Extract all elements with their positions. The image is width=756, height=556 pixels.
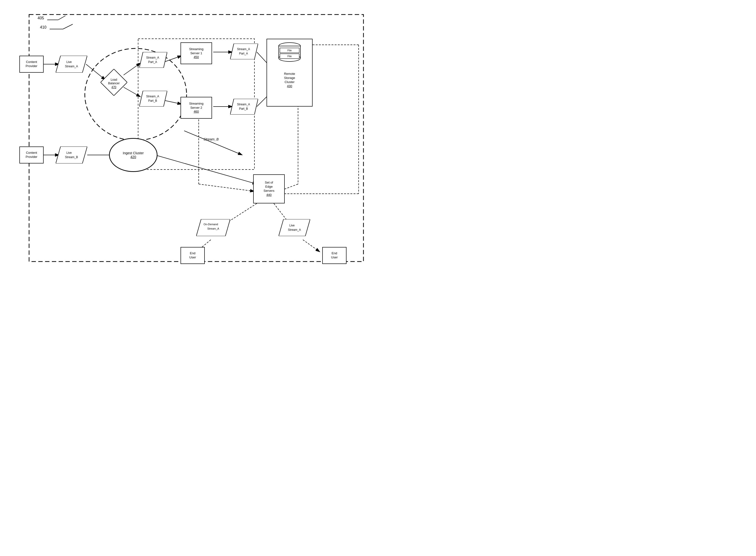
stream-a-part-a-left: Stream_A Part_A xyxy=(139,52,167,68)
end-user-1: EndUser xyxy=(180,247,205,264)
set-of-edge-servers: Set ofEdgeServers440 xyxy=(253,174,285,203)
ref405-label: 405 xyxy=(38,16,44,20)
svg-line-11 xyxy=(165,56,182,62)
svg-text:Part_A: Part_A xyxy=(239,52,248,55)
svg-text:File: File xyxy=(287,55,292,58)
content-provider-1: ContentProvider xyxy=(20,56,44,73)
svg-marker-36 xyxy=(56,56,87,73)
svg-marker-46 xyxy=(139,91,167,107)
svg-text:Stream_A: Stream_A xyxy=(146,95,159,98)
svg-marker-43 xyxy=(139,52,167,68)
live-stream-b-shape: Live Stream_B xyxy=(56,146,87,164)
svg-text:File: File xyxy=(287,49,292,52)
svg-text:Part_A: Part_A xyxy=(148,60,157,64)
svg-text:Stream_A: Stream_A xyxy=(146,56,159,59)
svg-text:Part_B: Part_B xyxy=(239,107,248,110)
svg-text:Stream_A: Stream_A xyxy=(207,227,220,230)
svg-marker-62 xyxy=(56,146,87,164)
live-stream-a-shape: Live Stream_A xyxy=(56,56,87,73)
svg-text:Balancer: Balancer xyxy=(108,81,120,85)
svg-text:Live: Live xyxy=(66,151,72,154)
svg-text:470: 470 xyxy=(111,85,116,89)
svg-line-21 xyxy=(223,174,257,184)
svg-line-17 xyxy=(184,131,242,155)
svg-text:Stream_A: Stream_A xyxy=(288,228,301,232)
svg-text:Stream_B: Stream_B xyxy=(203,137,219,141)
stream-a-part-b-right: Stream_A Part_B xyxy=(230,99,258,114)
svg-marker-49 xyxy=(230,44,258,59)
svg-text:Part_B: Part_B xyxy=(148,99,157,102)
svg-text:Live: Live xyxy=(289,224,295,227)
remote-storage-cluster: File File RemoteStorageCluster430 xyxy=(267,39,313,107)
svg-text:On-Demand: On-Demand xyxy=(203,223,218,226)
svg-point-1 xyxy=(85,48,187,140)
svg-text:Stream_A: Stream_A xyxy=(237,103,250,106)
streaming-server-2: StreamingServer 2460 xyxy=(180,97,212,119)
on-demand-stream-a: On-Demand Stream_A xyxy=(196,219,230,236)
stream-a-part-b-left: Stream_A Part_B xyxy=(139,91,167,107)
svg-line-6 xyxy=(63,24,73,29)
end-user-2: EndUser xyxy=(322,247,347,264)
svg-text:Stream_A: Stream_A xyxy=(65,65,78,68)
svg-line-23 xyxy=(199,184,255,191)
diagram: 405 410 xyxy=(0,0,378,278)
stream-a-part-a-right: Stream_A Part_A xyxy=(230,44,258,59)
svg-text:Stream_A: Stream_A xyxy=(237,47,250,51)
svg-line-20 xyxy=(155,155,223,174)
svg-line-29 xyxy=(303,240,320,252)
svg-text:Load: Load xyxy=(111,78,117,81)
svg-line-12 xyxy=(165,101,182,104)
svg-text:Live: Live xyxy=(66,60,72,64)
content-provider-2: ContentProvider xyxy=(20,146,44,164)
live-stream-a-bottom: Live Stream_A xyxy=(278,219,310,236)
svg-line-4 xyxy=(58,16,65,20)
svg-text:Stream_B: Stream_B xyxy=(65,155,78,159)
ingest-cluster: Ingest Cluster420 xyxy=(109,138,158,172)
svg-marker-52 xyxy=(230,99,258,114)
streaming-server-1: StreamingServer 1450 xyxy=(180,42,212,64)
load-balancer-shape: Load Balancer 470 xyxy=(101,69,127,96)
ref410-label: 410 xyxy=(40,25,46,29)
svg-marker-68 xyxy=(278,219,310,236)
